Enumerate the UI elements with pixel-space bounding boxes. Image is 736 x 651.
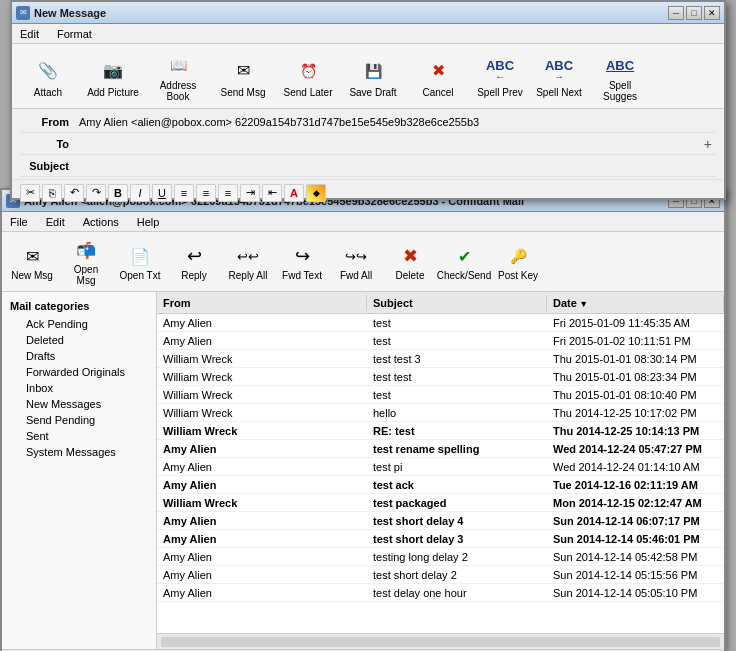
save-draft-button[interactable]: Save Draft: [341, 47, 405, 105]
hscroll-track[interactable]: [161, 637, 720, 647]
open-msg-button[interactable]: Open Msg: [60, 235, 112, 289]
compose-maximize-button[interactable]: □: [686, 6, 702, 20]
compose-window-title: New Message: [34, 7, 664, 19]
attach-button[interactable]: Attach: [16, 47, 80, 105]
reply-button[interactable]: Reply: [168, 235, 220, 289]
to-plus-button[interactable]: +: [700, 136, 716, 152]
email-row[interactable]: Amy Alien test short delay 4 Sun 2014-12…: [157, 512, 724, 530]
sidebar-item-inbox[interactable]: Inbox: [2, 380, 156, 396]
email-row[interactable]: William Wreck test test Thu 2015-01-01 0…: [157, 368, 724, 386]
email-cell-subject: test test 3: [367, 353, 547, 365]
sidebar-item-deleted[interactable]: Deleted: [2, 332, 156, 348]
email-cell-from: Amy Alien: [157, 461, 367, 473]
email-cell-from: William Wreck: [157, 389, 367, 401]
sidebar-item-sent[interactable]: Sent: [2, 428, 156, 444]
email-cell-from: Amy Alien: [157, 335, 367, 347]
fwd-all-button[interactable]: Fwd All: [330, 235, 382, 289]
sidebar-item-drafts[interactable]: Drafts: [2, 348, 156, 364]
email-row[interactable]: William Wreck test Thu 2015-01-01 08:10:…: [157, 386, 724, 404]
save-icon: [357, 55, 389, 87]
fmt-copy-button[interactable]: ⎘: [42, 184, 62, 202]
send-later-button[interactable]: Send Later: [276, 47, 340, 105]
col-header-from[interactable]: From: [157, 295, 367, 311]
camera-icon: [97, 55, 129, 87]
fmt-italic-button[interactable]: I: [130, 184, 150, 202]
email-row[interactable]: Amy Alien test Fri 2015-01-02 10:11:51 P…: [157, 332, 724, 350]
email-row[interactable]: Amy Alien test Fri 2015-01-09 11:45:35 A…: [157, 314, 724, 332]
menu-actions[interactable]: Actions: [79, 214, 123, 230]
add-picture-label: Add Picture: [87, 87, 139, 98]
sidebar-item-new-messages[interactable]: New Messages: [2, 396, 156, 412]
menu-edit[interactable]: Edit: [42, 214, 69, 230]
fmt-align-left-button[interactable]: ≡: [174, 184, 194, 202]
email-row[interactable]: William Wreck hello Thu 2014-12-25 10:17…: [157, 404, 724, 422]
fmt-font-color-button[interactable]: A: [284, 184, 304, 202]
email-cell-date: Thu 2014-12-25 10:17:02 PM: [547, 407, 724, 419]
subject-input[interactable]: [75, 160, 716, 172]
email-row[interactable]: Amy Alien test short delay 2 Sun 2014-12…: [157, 566, 724, 584]
sidebar-item-forwarded-originals[interactable]: Forwarded Originals: [2, 364, 156, 380]
email-row[interactable]: Amy Alien test rename spelling Wed 2014-…: [157, 440, 724, 458]
spell-sugges-button[interactable]: ABC Spell Sugges: [589, 47, 651, 105]
email-cell-from: William Wreck: [157, 371, 367, 383]
compose-close-button[interactable]: ✕: [704, 6, 720, 20]
address-book-label: Address Book: [149, 80, 207, 102]
email-row[interactable]: Amy Alien testing long delay 2 Sun 2014-…: [157, 548, 724, 566]
post-key-button[interactable]: Post Key: [492, 235, 544, 289]
email-cell-from: Amy Alien: [157, 479, 367, 491]
fmt-align-right-button[interactable]: ≡: [218, 184, 238, 202]
col-header-date[interactable]: Date: [547, 295, 724, 311]
compose-titlebar-buttons: ─ □ ✕: [668, 6, 720, 20]
send-msg-button[interactable]: Send Msg: [211, 47, 275, 105]
fwd-text-button[interactable]: Fwd Text: [276, 235, 328, 289]
email-cell-subject: test rename spelling: [367, 443, 547, 455]
email-cell-subject: test test: [367, 371, 547, 383]
fwdall-icon: [342, 242, 370, 270]
fmt-highlight-button[interactable]: ◆: [306, 184, 326, 202]
email-row[interactable]: Amy Alien test ack Tue 2014-12-16 02:11:…: [157, 476, 724, 494]
to-input[interactable]: [75, 138, 700, 150]
compose-menu-edit[interactable]: Edit: [16, 26, 43, 42]
email-cell-from: William Wreck: [157, 353, 367, 365]
fmt-redo-button[interactable]: ↷: [86, 184, 106, 202]
email-row[interactable]: William Wreck test test 3 Thu 2015-01-01…: [157, 350, 724, 368]
email-row[interactable]: William Wreck test packaged Mon 2014-12-…: [157, 494, 724, 512]
email-cell-from: William Wreck: [157, 425, 367, 437]
fmt-cut-button[interactable]: ✂: [20, 184, 40, 202]
check-send-button[interactable]: Check/Send: [438, 235, 490, 289]
new-msg-button[interactable]: New Msg: [6, 235, 58, 289]
cancel-button[interactable]: Cancel: [406, 47, 470, 105]
spell-prev-label: Spell Prev: [477, 87, 523, 98]
email-cell-date: Thu 2015-01-01 08:30:14 PM: [547, 353, 724, 365]
newmsg-icon: [18, 242, 46, 270]
menu-file[interactable]: File: [6, 214, 32, 230]
email-cell-subject: test packaged: [367, 497, 547, 509]
fmt-align-center-button[interactable]: ≡: [196, 184, 216, 202]
reply-all-label: Reply All: [229, 270, 268, 281]
delete-button[interactable]: Delete: [384, 235, 436, 289]
reply-all-button[interactable]: Reply All: [222, 235, 274, 289]
spell-next-button[interactable]: ABC→ Spell Next: [530, 47, 588, 105]
sidebar-item-system-messages[interactable]: System Messages: [2, 444, 156, 460]
fmt-indent-button[interactable]: ⇥: [240, 184, 260, 202]
sidebar-item-send-pending[interactable]: Send Pending: [2, 412, 156, 428]
add-picture-button[interactable]: Add Picture: [81, 47, 145, 105]
email-row[interactable]: William Wreck RE: test Thu 2014-12-25 10…: [157, 422, 724, 440]
email-row[interactable]: Amy Alien test short delay 3 Sun 2014-12…: [157, 530, 724, 548]
spell-prev-button[interactable]: ABC← Spell Prev: [471, 47, 529, 105]
email-cell-date: Sun 2014-12-14 06:07:17 PM: [547, 515, 724, 527]
fmt-undo-button[interactable]: ↶: [64, 184, 84, 202]
email-list[interactable]: Amy Alien test Fri 2015-01-09 11:45:35 A…: [157, 314, 724, 633]
sidebar-item-ack-pending[interactable]: Ack Pending: [2, 316, 156, 332]
compose-minimize-button[interactable]: ─: [668, 6, 684, 20]
col-header-subject[interactable]: Subject: [367, 295, 547, 311]
fmt-underline-button[interactable]: U: [152, 184, 172, 202]
fmt-bold-button[interactable]: B: [108, 184, 128, 202]
email-row[interactable]: Amy Alien test pi Wed 2014-12-24 01:14:1…: [157, 458, 724, 476]
address-book-button[interactable]: Address Book: [146, 47, 210, 105]
fmt-outdent-button[interactable]: ⇤: [262, 184, 282, 202]
compose-menu-format[interactable]: Format: [53, 26, 96, 42]
menu-help[interactable]: Help: [133, 214, 164, 230]
email-row[interactable]: Amy Alien test delay one hour Sun 2014-1…: [157, 584, 724, 602]
open-txt-button[interactable]: Open Txt: [114, 235, 166, 289]
